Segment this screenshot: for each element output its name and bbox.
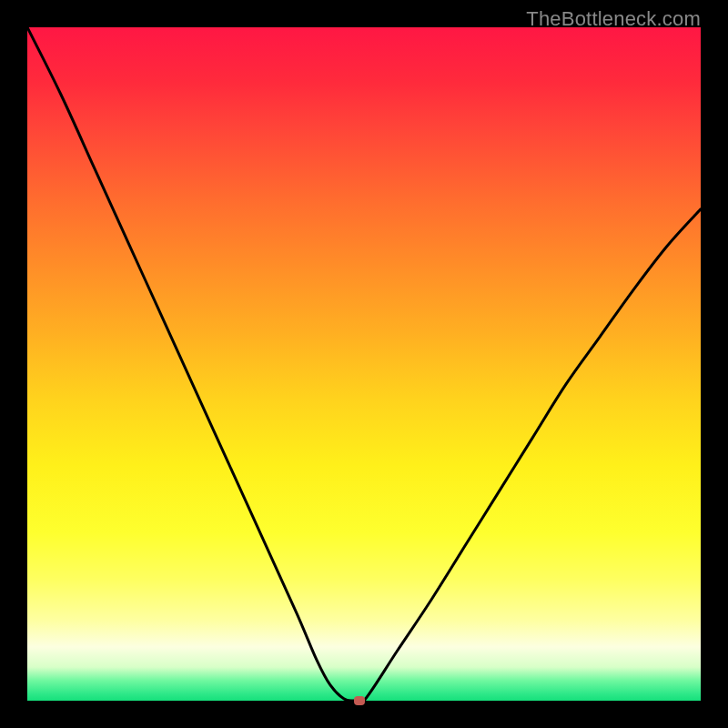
curve-svg (27, 27, 701, 701)
bottleneck-curve (27, 27, 701, 701)
chart-container: TheBottleneck.com (0, 0, 728, 728)
plot-area (27, 27, 701, 701)
optimum-marker (354, 696, 365, 705)
